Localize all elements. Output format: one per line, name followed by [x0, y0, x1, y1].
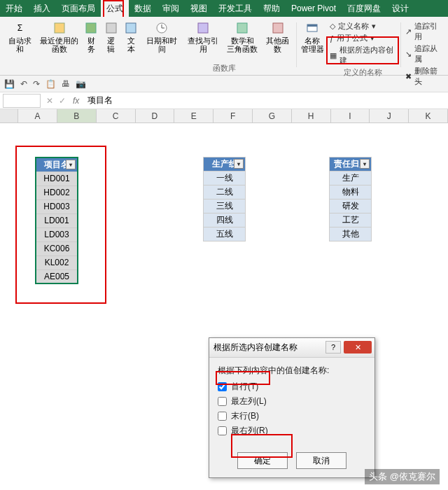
table-cell[interactable]: HD002	[36, 186, 78, 200]
tab-view[interactable]: 视图	[185, 0, 213, 17]
remove-arrows-button[interactable]: ✖删除箭头	[405, 66, 442, 87]
table-cell[interactable]: 生产	[330, 172, 372, 186]
math-button[interactable]: 数学和 三角函数	[224, 20, 260, 55]
close-icon[interactable]: ✕	[344, 341, 372, 354]
save-icon[interactable]: 💾	[4, 79, 15, 89]
table-cell[interactable]: 五线	[204, 227, 246, 241]
table-project[interactable]: 项目名▾ HD001 HD002 HD003 LD001 LD003 KC006…	[35, 157, 78, 284]
trace-dependents-button[interactable]: ↘追踪从属	[405, 43, 442, 64]
dialog-body: 根据下列内容中的值创建名称: 首行(T) 最左列(L) 末行(B) 最右列(R)	[209, 358, 374, 447]
use-in-formula-button[interactable]: ƒ用于公式▾	[330, 33, 396, 43]
table-cell[interactable]: KC006	[36, 241, 78, 255]
chevron-down-icon: ▾	[372, 22, 376, 31]
tab-powerpivot[interactable]: Power Pivot	[286, 0, 342, 17]
col-header[interactable]: A	[18, 109, 57, 122]
col-header[interactable]: F	[214, 109, 253, 122]
lookup-button[interactable]: 查找与引用	[183, 20, 224, 55]
help-icon[interactable]: ?	[326, 341, 341, 354]
cancel-button[interactable]: 取消	[296, 452, 346, 469]
math-icon	[235, 21, 249, 35]
ok-button[interactable]: 确定	[237, 452, 288, 469]
table-cell[interactable]: 研发	[330, 200, 372, 214]
redo-icon[interactable]: ↷	[33, 79, 40, 89]
tab-formulas[interactable]: 公式	[101, 0, 129, 17]
tab-design[interactable]: 设计	[386, 0, 414, 17]
logical-label: 逻辑	[104, 36, 119, 53]
table-cell[interactable]: 工艺	[330, 214, 372, 227]
col-header[interactable]: G	[253, 109, 292, 122]
table-cell[interactable]: AE005	[36, 270, 78, 284]
table-header-cell[interactable]: 项目名▾	[36, 158, 78, 172]
camera-icon[interactable]: 📷	[76, 79, 86, 89]
table-cell[interactable]: 二线	[204, 186, 246, 200]
tab-data[interactable]: 数据	[129, 0, 157, 17]
table-cell[interactable]: 三线	[204, 200, 246, 214]
col-header[interactable]: C	[97, 109, 136, 122]
checkbox-input[interactable]	[218, 426, 227, 435]
table-owner[interactable]: 责任归属▾ 生产 物料 研发 工艺 其他	[329, 157, 372, 241]
col-header[interactable]: E	[174, 109, 214, 122]
col-header[interactable]: B	[57, 109, 97, 122]
more-button[interactable]: 其他函数	[260, 20, 295, 55]
col-header[interactable]: I	[331, 109, 370, 122]
table-cell[interactable]: 物料	[330, 186, 372, 200]
enter-icon[interactable]: ✓	[56, 96, 69, 106]
table-cell[interactable]: 四线	[204, 214, 246, 227]
col-header[interactable]: H	[292, 109, 331, 122]
logical-button[interactable]: 逻辑	[102, 20, 122, 55]
svg-rect-5	[198, 23, 208, 33]
fx-icon[interactable]: fx	[69, 96, 83, 106]
dialog-titlebar[interactable]: 根据所选内容创建名称 ? ✕	[209, 338, 374, 358]
table-header-cell[interactable]: 责任归属▾	[330, 158, 372, 172]
name-manager-button[interactable]: 名称 管理器	[298, 20, 327, 55]
define-name-button[interactable]: ◇定义名称▾	[330, 21, 396, 31]
table-header-cell[interactable]: 生产线▾	[204, 158, 246, 172]
print-icon[interactable]: 🖶	[62, 79, 70, 89]
logical-icon	[104, 21, 118, 35]
table-cell[interactable]: 一线	[204, 172, 246, 186]
checkbox-input[interactable]	[218, 397, 227, 406]
name-box[interactable]	[3, 94, 41, 108]
filter-icon[interactable]: ▾	[66, 160, 76, 169]
copy-icon[interactable]: 📋	[46, 79, 56, 89]
tab-home[interactable]: 开始	[0, 0, 28, 17]
table-cell[interactable]: LD003	[36, 227, 78, 241]
tab-insert[interactable]: 插入	[28, 0, 56, 17]
table-cell[interactable]: HD003	[36, 200, 78, 214]
select-all-corner[interactable]	[0, 109, 18, 122]
autosum-button[interactable]: Σ 自动求和	[3, 20, 37, 55]
checkbox-bottom-row[interactable]: 末行(B)	[218, 410, 366, 422]
tab-baidu[interactable]: 百度网盘	[342, 0, 386, 17]
cancel-icon[interactable]: ✕	[43, 96, 56, 106]
trace-precedents-button[interactable]: ↗追踪引用	[405, 21, 442, 42]
filter-icon[interactable]: ▾	[360, 159, 370, 169]
datetime-button[interactable]: 日期和时间	[141, 20, 183, 55]
col-header[interactable]: K	[409, 109, 448, 122]
svg-rect-9	[307, 24, 317, 27]
table-line[interactable]: 生产线▾ 一线 二线 三线 四线 五线	[203, 157, 246, 241]
formula-input[interactable]	[83, 94, 448, 107]
table-cell[interactable]: KL002	[36, 255, 78, 270]
checkbox-left-col[interactable]: 最左列(L)	[218, 396, 366, 407]
table-cell[interactable]: 其他	[330, 227, 372, 241]
financial-button[interactable]: 财务	[81, 20, 102, 55]
define-name-label: 定义名称	[338, 21, 369, 31]
text-button[interactable]: 文本	[121, 20, 141, 55]
table-cell[interactable]: HD001	[36, 172, 78, 186]
filter-icon[interactable]: ▾	[234, 159, 244, 169]
checkbox-right-col[interactable]: 最右列(R)	[218, 425, 366, 437]
col-header[interactable]: D	[136, 109, 175, 122]
create-from-selection-button[interactable]: ▦根据所选内容创建	[330, 45, 396, 66]
tab-developer[interactable]: 开发工具	[213, 0, 258, 17]
checkbox-input[interactable]	[218, 412, 227, 421]
recent-button[interactable]: 最近使用的 函数	[37, 20, 81, 55]
tab-layout[interactable]: 页面布局	[56, 0, 101, 17]
tab-help[interactable]: 帮助	[258, 0, 286, 17]
text-label: 文本	[124, 36, 139, 53]
col-header[interactable]: J	[370, 109, 409, 122]
undo-icon[interactable]: ↶	[20, 79, 27, 89]
table-cell[interactable]: LD001	[36, 214, 78, 227]
checkbox-top-row[interactable]: 首行(T)	[218, 381, 366, 393]
checkbox-input[interactable]	[218, 382, 227, 391]
tab-review[interactable]: 审阅	[157, 0, 185, 17]
